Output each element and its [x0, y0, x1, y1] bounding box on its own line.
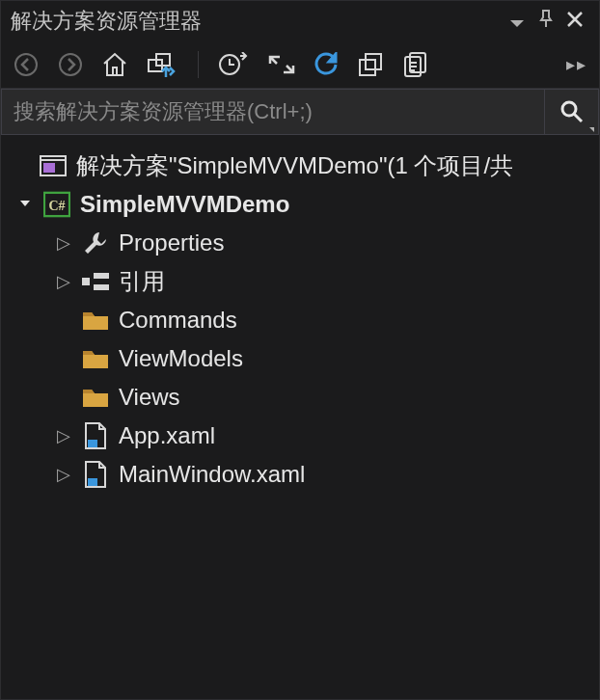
expander-icon[interactable]: ▷ [55, 271, 72, 292]
pin-icon[interactable] [532, 9, 560, 34]
show-all-files-button[interactable] [399, 49, 430, 80]
svg-rect-17 [94, 284, 109, 290]
tree-item-label: ViewModels [119, 345, 243, 372]
forward-button[interactable] [55, 49, 86, 80]
svg-point-0 [15, 54, 37, 75]
xaml-file-icon [82, 461, 109, 488]
search-dropdown-icon[interactable] [589, 127, 594, 132]
svg-point-1 [60, 54, 81, 75]
svg-rect-18 [88, 440, 97, 447]
tree-item-label: Commands [119, 307, 237, 334]
tree-item-app-xaml[interactable]: ▷ App.xaml [1, 417, 599, 455]
expander-icon[interactable]: ▷ [55, 232, 72, 254]
svg-rect-16 [94, 273, 109, 279]
pending-changes-button[interactable] [214, 49, 253, 80]
panel-title: 解决方案资源管理器 [11, 7, 503, 36]
svg-rect-12 [43, 163, 55, 173]
window-options-dropdown[interactable] [503, 9, 532, 34]
project-label: SimpleMVVMDemo [80, 191, 289, 218]
expander-icon[interactable] [16, 195, 34, 215]
home-button[interactable] [99, 49, 130, 80]
folder-icon [82, 384, 109, 411]
xaml-file-icon [82, 422, 109, 449]
solution-icon [40, 152, 67, 179]
svg-rect-19 [88, 478, 97, 486]
tree-item-label: 引用 [119, 266, 165, 297]
svg-rect-7 [366, 54, 381, 69]
close-icon[interactable] [560, 9, 589, 34]
wrench-icon [82, 229, 109, 256]
folder-icon [82, 345, 109, 372]
tree-item-folder-viewmodels[interactable]: ▷ ViewModels [1, 339, 599, 378]
references-icon [82, 268, 109, 295]
switch-view-button[interactable] [144, 49, 182, 80]
tree-item-label: MainWindow.xaml [119, 461, 305, 488]
back-button[interactable] [11, 49, 41, 80]
csharp-project-icon: C# [43, 191, 70, 218]
svg-rect-15 [82, 278, 90, 285]
tree-item-label: Properties [119, 229, 224, 256]
toolbar-overflow-icon[interactable]: ▸▸ [566, 54, 591, 75]
project-node[interactable]: C# SimpleMVVMDemo [1, 185, 599, 224]
folder-icon [82, 307, 109, 334]
tree-item-properties[interactable]: ▷ Properties [1, 224, 599, 262]
tree-item-mainwindow-xaml[interactable]: ▷ MainWindow.xaml [1, 455, 599, 494]
tree-item-folder-views[interactable]: ▷ Views [1, 378, 599, 417]
collapse-all-button[interactable] [355, 49, 386, 80]
svg-point-10 [562, 102, 576, 116]
svg-rect-6 [360, 60, 375, 75]
search-input[interactable] [2, 90, 544, 134]
tree-item-label: Views [119, 384, 180, 411]
tree-item-references[interactable]: ▷ 引用 [1, 262, 599, 301]
refresh-button[interactable] [311, 49, 341, 80]
tree-item-label: App.xaml [119, 422, 215, 449]
solution-tree: ▶ 解决方案"SimpleMVVMDemo"(1 个项目/共 C# Simple… [1, 135, 599, 494]
tree-item-folder-commands[interactable]: ▷ Commands [1, 301, 599, 339]
expander-icon[interactable]: ▷ [55, 464, 72, 485]
solution-node[interactable]: ▶ 解决方案"SimpleMVVMDemo"(1 个项目/共 [1, 147, 599, 185]
solution-label: 解决方案"SimpleMVVMDemo"(1 个项目/共 [76, 150, 513, 181]
search-button[interactable] [544, 90, 598, 134]
expander-icon[interactable]: ▷ [55, 425, 72, 446]
sync-button[interactable] [266, 49, 297, 80]
svg-text:C#: C# [48, 199, 65, 213]
